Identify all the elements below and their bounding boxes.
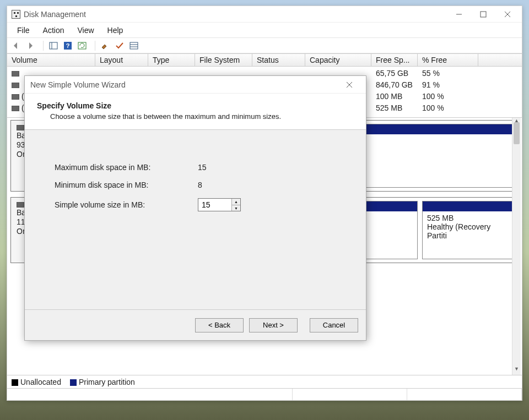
spin-up-icon[interactable]: ▲ [232, 199, 240, 205]
svg-rect-4 [50, 42, 57, 49]
next-button[interactable]: Next > [249, 318, 298, 332]
close-button[interactable] [495, 7, 520, 22]
col-spacer [478, 54, 522, 66]
cell-free: 846,70 GB [371, 80, 418, 92]
toolbar: ? [7, 38, 522, 53]
partition[interactable]: 525 MB Healthy (Recovery Partiti [422, 201, 516, 259]
scroll-thumb[interactable] [514, 122, 520, 144]
titlebar: Disk Management [7, 6, 522, 23]
col-filesystem[interactable]: File System [195, 54, 252, 66]
menubar: File Action View Help [7, 23, 522, 38]
col-layout[interactable]: Layout [95, 54, 148, 66]
wizard-buttons: < Back Next > Cancel [25, 309, 366, 340]
cell-pct: 55 % [418, 69, 478, 80]
wizard-titlebar: New Simple Volume Wizard [25, 76, 366, 94]
partition-info: Healthy (Recovery Partiti [427, 222, 511, 240]
pane-icon[interactable] [47, 40, 60, 52]
partition-size: 525 MB [427, 214, 511, 222]
legend-unallocated: Unallocated [12, 378, 61, 386]
volume-icon [12, 94, 19, 100]
cell-pct: 100 % [418, 92, 478, 103]
spin-down-icon[interactable]: ▼ [232, 205, 240, 211]
maximize-button[interactable] [471, 7, 495, 22]
scroll-down-icon[interactable]: ▼ [512, 366, 521, 375]
menu-view[interactable]: View [71, 24, 100, 37]
app-icon [12, 10, 20, 19]
partition-stripe [423, 201, 515, 211]
toolbar-separator [92, 41, 95, 51]
max-space-label: Maximum disk space in MB: [55, 163, 198, 172]
wizard-title: New Simple Volume Wizard [30, 80, 126, 89]
wizard-body: Maximum disk space in MB: 15 Minimum dis… [25, 130, 366, 309]
list-icon[interactable] [127, 40, 141, 52]
toolbar-separator [40, 41, 44, 51]
wizard-header: Specify Volume Size Choose a volume size… [25, 94, 366, 130]
cell-pct: 91 % [418, 80, 478, 92]
max-space-value: 15 [198, 163, 207, 172]
volume-icon [12, 83, 19, 88]
min-space-value: 8 [198, 181, 202, 189]
disk-icon [17, 125, 24, 130]
menu-help[interactable]: Help [101, 24, 130, 37]
volume-icon [12, 106, 19, 111]
size-label: Simple volume size in MB: [55, 200, 198, 209]
wizard-close-button[interactable] [338, 77, 360, 92]
col-volume[interactable]: Volume [7, 54, 95, 66]
col-freespace[interactable]: Free Sp... [371, 54, 418, 66]
help-icon[interactable]: ? [61, 40, 74, 52]
cell-pct: 100 % [418, 103, 478, 115]
volume-icon [12, 71, 19, 77]
svg-rect-9 [130, 42, 138, 49]
window-buttons [447, 7, 520, 22]
svg-rect-1 [481, 12, 486, 17]
cell-free: 525 MB [371, 103, 418, 115]
minimize-button[interactable] [447, 7, 471, 22]
legend: Unallocated Primary partition [7, 375, 522, 388]
new-simple-volume-wizard: New Simple Volume Wizard Specify Volume … [24, 75, 366, 341]
disk-icon [17, 202, 24, 208]
back-icon[interactable] [9, 40, 23, 52]
menu-action[interactable]: Action [36, 24, 71, 37]
volume-list-header: Volume Layout Type File System Status Ca… [7, 53, 522, 67]
size-input[interactable] [198, 199, 231, 211]
refresh-icon[interactable] [75, 40, 89, 52]
col-capacity[interactable]: Capacity [305, 54, 371, 66]
cell-free: 65,75 GB [371, 69, 418, 80]
wizard-subheading: Choose a volume size that is between the… [50, 112, 354, 121]
forward-icon[interactable] [24, 40, 37, 52]
col-pctfree[interactable]: % Free [418, 54, 478, 66]
back-button[interactable]: < Back [195, 318, 244, 332]
swatch-primary [70, 379, 77, 386]
col-status[interactable]: Status [252, 54, 305, 66]
size-spinner: ▲ ▼ [198, 198, 241, 211]
menu-file[interactable]: File [10, 24, 36, 37]
swatch-unallocated [12, 379, 18, 386]
cell-free: 100 MB [371, 92, 418, 103]
settings-icon[interactable] [99, 40, 112, 52]
statusbar [7, 388, 522, 400]
col-type[interactable]: Type [148, 54, 195, 66]
legend-primary: Primary partition [70, 378, 135, 386]
window-title: Disk Management [24, 10, 86, 19]
cancel-button[interactable]: Cancel [310, 318, 358, 332]
check-icon[interactable] [113, 40, 126, 52]
scrollbar[interactable]: ▲ ▼ [512, 118, 521, 375]
min-space-label: Minimum disk space in MB: [55, 181, 198, 189]
wizard-heading: Specify Volume Size [37, 101, 354, 110]
svg-text:?: ? [66, 42, 70, 49]
